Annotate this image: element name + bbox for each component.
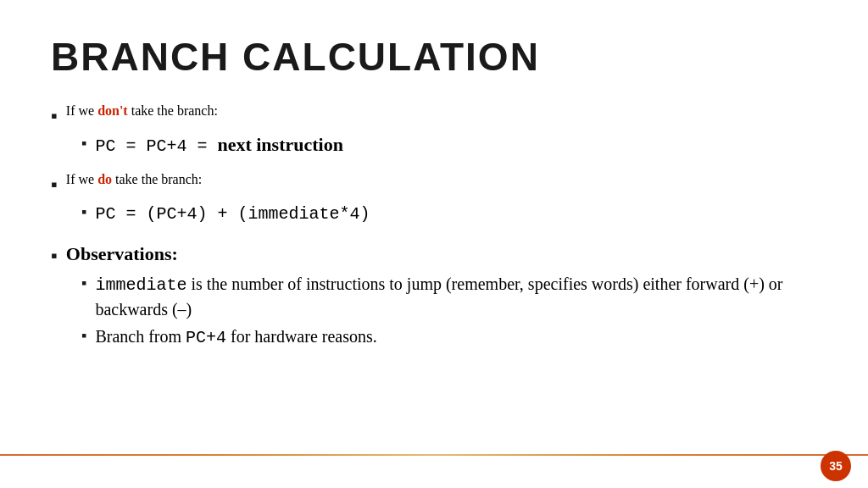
sub-bullet-immediate: immediate is the number of instructions … xyxy=(81,272,817,321)
yes-branch-suffix: take the branch: xyxy=(112,172,202,186)
hardware-suffix: for hardware reasons. xyxy=(226,327,377,346)
slide-number: 35 xyxy=(821,451,851,481)
branch-from-prefix: Branch from xyxy=(95,327,186,346)
pc4-mono: PC+4 xyxy=(186,328,226,347)
hardware-text: Branch from PC+4 for hardware reasons. xyxy=(95,324,376,350)
next-instruction-text: next instruction xyxy=(217,134,343,155)
bottom-decorative-line xyxy=(0,454,868,456)
sub-bullet-hardware: Branch from PC+4 for hardware reasons. xyxy=(81,324,817,350)
bullet-no-branch: If we don't take the branch: xyxy=(51,103,817,127)
slide-title: BRANCH CALCULATION xyxy=(51,34,817,80)
bullet-observations: Observations: xyxy=(51,243,817,267)
yes-branch-prefix: If we xyxy=(66,172,97,186)
yes-branch-highlight: do xyxy=(97,172,112,186)
no-branch-text: If we don't take the branch: xyxy=(66,103,218,119)
pc-no-branch-text: PC = PC+4 = next instruction xyxy=(95,132,343,158)
sub-bullet-pc-no-branch: PC = PC+4 = next instruction xyxy=(81,132,817,158)
immediate-text: immediate is the number of instructions … xyxy=(95,272,817,321)
pc-equation-1: PC = PC+4 = xyxy=(95,136,217,156)
sub-bullet-pc-yes-branch: PC = (PC+4) + (immediate*4) xyxy=(81,201,817,226)
no-branch-highlight: don't xyxy=(97,103,128,118)
no-branch-prefix: If we xyxy=(66,103,97,118)
bullet-yes-branch: If we do take the branch: xyxy=(51,172,817,196)
pc-equation-2-mono: PC = (PC+4) + (immediate*4) xyxy=(95,204,370,224)
yes-branch-text: If we do take the branch: xyxy=(66,172,202,187)
observations-label: Observations: xyxy=(66,243,178,265)
slide: BRANCH CALCULATION If we don't take the … xyxy=(0,0,868,488)
immediate-mono: immediate xyxy=(95,275,186,295)
no-branch-suffix: take the branch: xyxy=(128,103,218,118)
immediate-description: is the number of instructions to jump (r… xyxy=(95,274,782,319)
pc-equation-2: PC = (PC+4) + (immediate*4) xyxy=(95,201,370,226)
